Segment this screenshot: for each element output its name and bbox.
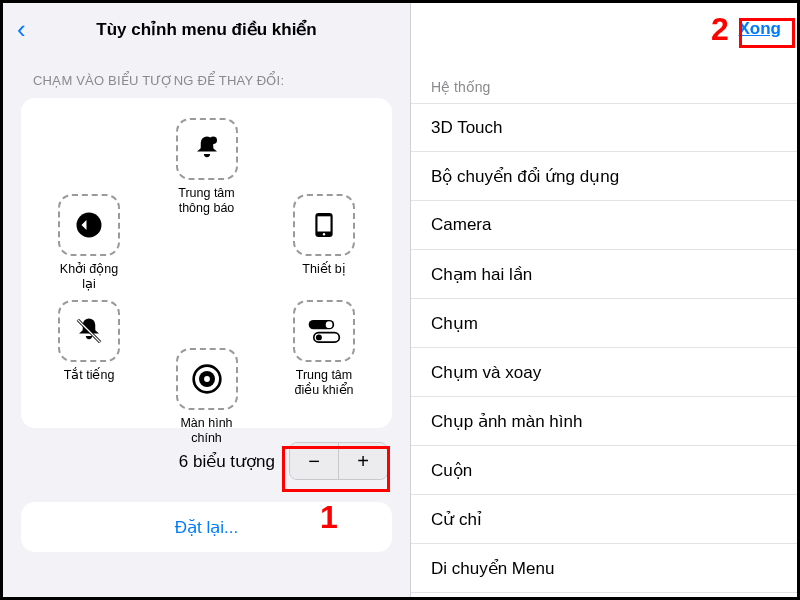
radial-card: Trung tâm thông báo Khởi động lại Thiết … (21, 98, 392, 428)
slot-restart[interactable]: Khởi động lại (53, 194, 125, 292)
bell-badge-icon (190, 132, 224, 166)
svg-rect-3 (318, 216, 331, 231)
section-label: CHẠM VÀO BIỂU TƯỢNG ĐỂ THAY ĐỔI: (3, 55, 410, 98)
stepper-minus-button[interactable]: − (290, 443, 338, 479)
slot-label: Màn hình chính (171, 416, 243, 446)
bell-slash-icon (72, 314, 106, 348)
reset-card: Đặt lại... (21, 502, 392, 552)
list-item[interactable]: Di chuyển Menu (411, 544, 797, 593)
slot-label: Tắt tiếng (64, 368, 115, 383)
svg-point-4 (323, 233, 325, 235)
slot-label: Thiết bị (302, 262, 345, 277)
slot-label: Trung tâm điều khiển (288, 368, 360, 398)
left-header: ‹ Tùy chỉnh menu điều khiển (3, 3, 410, 55)
section-label-system: Hệ thống (411, 55, 797, 103)
list-item[interactable]: 3D Touch (411, 103, 797, 152)
list-item[interactable]: Bộ chuyển đổi ứng dụng (411, 152, 797, 201)
svg-point-0 (209, 137, 217, 145)
device-icon (307, 208, 341, 242)
right-header: Xong (411, 3, 797, 55)
slot-label: Trung tâm thông báo (171, 186, 243, 216)
reset-button[interactable]: Đặt lại... (175, 517, 238, 538)
restart-icon (72, 208, 106, 242)
left-pane: ‹ Tùy chỉnh menu điều khiển CHẠM VÀO BIỂ… (3, 3, 411, 597)
svg-point-13 (204, 376, 210, 382)
stepper-plus-button[interactable]: + (339, 443, 387, 479)
toggles-icon (307, 314, 341, 348)
slot-home[interactable]: Màn hình chính (171, 348, 243, 446)
slot-device[interactable]: Thiết bị (288, 194, 360, 277)
list-item[interactable]: Chạm hai lần (411, 250, 797, 299)
slot-control-center[interactable]: Trung tâm điều khiển (288, 300, 360, 398)
list-item[interactable]: Chụm và xoay (411, 348, 797, 397)
svg-point-1 (77, 213, 102, 238)
right-pane: Xong Hệ thống 3D Touch Bộ chuyển đổi ứng… (411, 3, 797, 597)
system-list: 3D Touch Bộ chuyển đổi ứng dụng Camera C… (411, 103, 797, 593)
list-item[interactable]: Cuộn (411, 446, 797, 495)
done-button[interactable]: Xong (739, 19, 782, 39)
page-title: Tùy chỉnh menu điều khiển (3, 19, 410, 40)
svg-point-10 (316, 334, 322, 340)
slot-notification-center[interactable]: Trung tâm thông báo (171, 118, 243, 216)
slot-mute[interactable]: Tắt tiếng (53, 300, 125, 383)
list-item[interactable]: Cử chỉ (411, 495, 797, 544)
slot-label: Khởi động lại (53, 262, 125, 292)
stepper-label: 6 biểu tượng (179, 451, 275, 472)
list-item[interactable]: Chụm (411, 299, 797, 348)
icon-count-stepper: − + (289, 442, 388, 480)
home-circle-icon (190, 362, 224, 396)
back-chevron-icon[interactable]: ‹ (17, 16, 26, 42)
list-item[interactable]: Camera (411, 201, 797, 250)
svg-point-8 (326, 321, 333, 328)
list-item[interactable]: Chụp ảnh màn hình (411, 397, 797, 446)
stepper-row: 6 biểu tượng − + (25, 442, 388, 480)
